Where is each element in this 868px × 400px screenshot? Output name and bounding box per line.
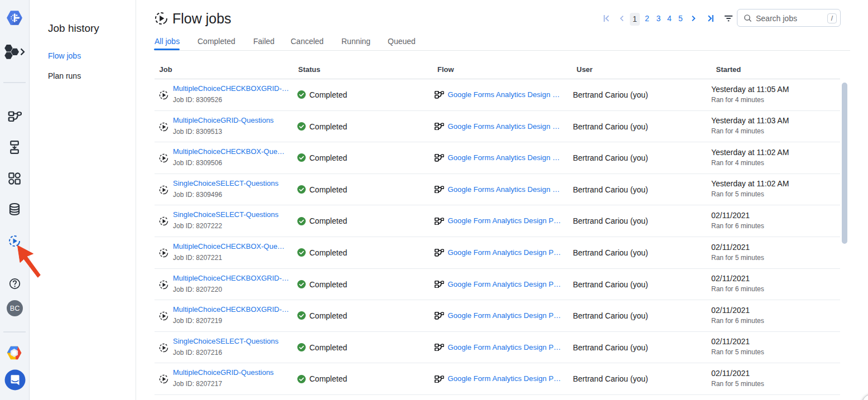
svg-text:BC: BC (10, 305, 20, 312)
